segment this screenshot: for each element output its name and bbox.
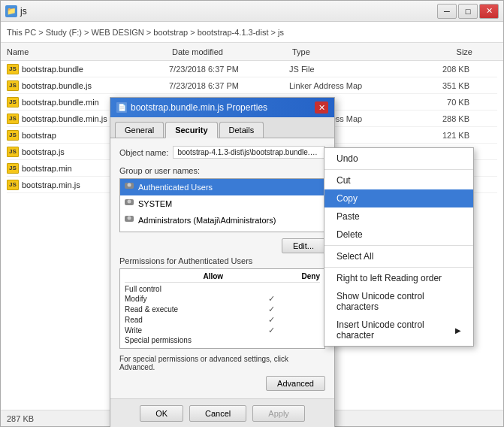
window-icon: 📁 bbox=[5, 5, 17, 17]
minimize-button[interactable]: ─ bbox=[437, 4, 457, 19]
svg-point-5 bbox=[128, 217, 131, 220]
perm-col-deny: Deny bbox=[302, 272, 320, 280]
permission-row: Full control bbox=[125, 285, 320, 293]
file-icon: JS bbox=[7, 147, 19, 157]
svg-point-1 bbox=[128, 183, 131, 187]
advanced-button[interactable]: Advanced bbox=[266, 376, 325, 391]
col-header-name[interactable]: Name bbox=[7, 47, 172, 56]
permissions-box: Allow Deny Full control Modify ✓ Re bbox=[119, 268, 325, 349]
file-type: Linker Address Map bbox=[289, 81, 409, 90]
tab-general[interactable]: General bbox=[115, 122, 164, 138]
properties-dialog: 📄 bootstrap.bundle.min.js Properties ✕ G… bbox=[110, 97, 335, 427]
apply-button[interactable]: Apply bbox=[252, 405, 305, 422]
user-name: Authenticated Users bbox=[138, 183, 213, 192]
file-icon: JS bbox=[7, 64, 19, 74]
file-icon: JS bbox=[7, 180, 19, 190]
file-icon: JS bbox=[7, 114, 19, 124]
permissions-header: Allow Deny bbox=[125, 272, 320, 283]
perm-col-allow: Allow bbox=[203, 272, 223, 280]
col-header-size[interactable]: Size bbox=[412, 47, 472, 56]
context-menu-separator bbox=[324, 267, 473, 268]
permission-row: Read ✓ bbox=[125, 315, 320, 325]
dialog-title-text: bootstrap.bundle.min.js Properties bbox=[131, 102, 267, 113]
list-item[interactable]: SYSTEM bbox=[120, 195, 324, 212]
dialog-close-button[interactable]: ✕ bbox=[315, 101, 328, 114]
context-menu-copy[interactable]: Copy bbox=[324, 189, 473, 207]
context-menu-undo[interactable]: Undo bbox=[324, 150, 473, 168]
file-name: bootstrap.bundle bbox=[22, 65, 83, 74]
file-date: 7/23/2018 6:37 PM bbox=[169, 81, 289, 90]
group-label: Group or user names: bbox=[119, 166, 325, 175]
ok-button[interactable]: OK bbox=[140, 405, 183, 422]
user-name: Administrators (Mataji\Administrators) bbox=[138, 216, 276, 225]
file-name: bootstrap.min bbox=[22, 164, 72, 173]
file-icon: JS bbox=[7, 97, 19, 108]
object-name-value: bootstrap-4.1.3-dist\js\bootstrap.bundle… bbox=[173, 146, 325, 159]
user-icon bbox=[123, 198, 135, 210]
tab-details[interactable]: Details bbox=[219, 122, 264, 138]
dialog-body: Object name: bootstrap-4.1.3-dist\js\boo… bbox=[110, 138, 334, 398]
file-icon: JS bbox=[7, 163, 19, 174]
submenu-arrow-icon: ▶ bbox=[455, 326, 461, 335]
file-size: 208 KB bbox=[409, 65, 469, 74]
address-label: This PC > Study (F:) > WEB DESIGN > boot… bbox=[7, 28, 284, 37]
context-menu-show-unicode[interactable]: Show Unicode control characters bbox=[324, 287, 473, 316]
permission-row: Write ✓ bbox=[125, 326, 320, 335]
file-size: 121 KB bbox=[409, 131, 469, 140]
file-name: bootstrap.js bbox=[22, 147, 65, 156]
context-menu-separator bbox=[324, 245, 473, 246]
explorer-window: 📁 js ─ □ ✕ This PC > Study (F:) > WEB DE… bbox=[0, 0, 504, 427]
permission-row: Special permissions bbox=[125, 336, 320, 344]
context-menu-rtl[interactable]: Right to left Reading order bbox=[324, 269, 473, 287]
list-item[interactable]: Users (Mataji\Users) bbox=[120, 229, 324, 232]
list-item[interactable]: Administrators (Mataji\Administrators) bbox=[120, 212, 324, 229]
file-size: 288 KB bbox=[409, 114, 469, 123]
file-size: 351 KB bbox=[409, 81, 469, 90]
context-menu-separator bbox=[324, 169, 473, 170]
table-row[interactable]: JS bootstrap.bundle.js 7/23/2018 6:37 PM… bbox=[7, 77, 497, 94]
file-icon: JS bbox=[7, 130, 19, 141]
permission-row: Read & execute ✓ bbox=[125, 304, 320, 314]
file-name: bootstrap bbox=[22, 131, 56, 140]
user-icon bbox=[123, 231, 135, 232]
permissions-title: Permissions for Authenticated Users bbox=[119, 256, 325, 265]
object-name-row: Object name: bootstrap-4.1.3-dist\js\boo… bbox=[119, 146, 325, 159]
col-header-type[interactable]: Type bbox=[292, 47, 412, 56]
table-row[interactable]: JS bootstrap.bundle 7/23/2018 6:37 PM JS… bbox=[7, 61, 497, 77]
file-name: bootstrap.bundle.js bbox=[22, 81, 92, 90]
footer-text: For special permissions or advanced sett… bbox=[119, 355, 325, 371]
context-menu-select-all[interactable]: Select All bbox=[324, 247, 473, 265]
status-text: 287 KB bbox=[7, 414, 34, 423]
file-size: 70 KB bbox=[409, 98, 469, 107]
context-menu-insert-unicode[interactable]: Insert Unicode control character ▶ bbox=[324, 316, 473, 344]
title-controls: ─ □ ✕ bbox=[437, 4, 499, 19]
edit-button[interactable]: Edit... bbox=[282, 238, 325, 253]
context-menu-paste[interactable]: Paste bbox=[324, 207, 473, 226]
context-menu-delete[interactable]: Delete bbox=[324, 226, 473, 244]
permissions-section: Permissions for Authenticated Users Allo… bbox=[119, 256, 325, 349]
file-icon: JS bbox=[7, 80, 19, 91]
dialog-title-icon: 📄 bbox=[116, 102, 127, 113]
advanced-btn-row: Advanced bbox=[119, 376, 325, 391]
address-bar: This PC > Study (F:) > WEB DESIGN > boot… bbox=[1, 22, 503, 43]
users-list[interactable]: Authenticated Users SYSTEM Administrator… bbox=[119, 178, 325, 232]
window-title: js bbox=[20, 6, 437, 17]
cancel-button[interactable]: Cancel bbox=[189, 405, 246, 422]
file-date: 7/23/2018 6:37 PM bbox=[169, 65, 289, 74]
file-name: bootstrap.bundle.min bbox=[22, 98, 99, 107]
list-item[interactable]: Authenticated Users bbox=[120, 179, 324, 195]
maximize-button[interactable]: □ bbox=[458, 4, 478, 19]
dialog-tabs: General Security Details bbox=[110, 117, 334, 138]
context-menu-cut[interactable]: Cut bbox=[324, 171, 473, 189]
edit-btn-row: Edit... bbox=[119, 238, 325, 253]
tab-security[interactable]: Security bbox=[165, 122, 217, 138]
close-button[interactable]: ✕ bbox=[479, 4, 499, 19]
file-type: JS File bbox=[289, 65, 409, 74]
permission-row: Modify ✓ bbox=[125, 294, 320, 304]
dialog-action-buttons: OK Cancel Apply bbox=[110, 398, 334, 427]
svg-point-3 bbox=[128, 200, 131, 204]
user-icon bbox=[123, 181, 135, 193]
file-name: bootstrap.bundle.min.js bbox=[22, 114, 107, 123]
col-header-date[interactable]: Date modified bbox=[172, 47, 292, 56]
file-name: bootstrap.min.js bbox=[22, 180, 80, 189]
